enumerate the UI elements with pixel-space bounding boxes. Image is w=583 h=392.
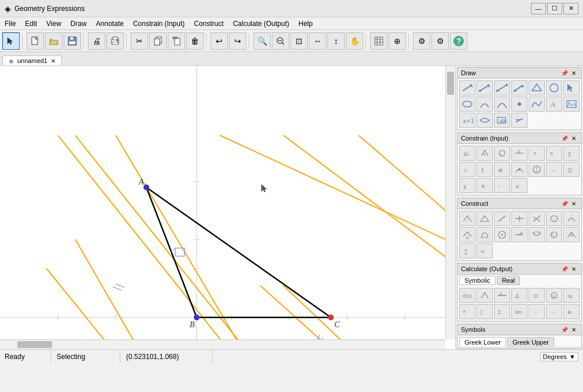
draw-text-button[interactable]: A bbox=[546, 97, 562, 112]
minimize-button[interactable]: — bbox=[531, 3, 546, 14]
calc-14[interactable]: ⊕ bbox=[563, 304, 580, 319]
constrain-12[interactable] bbox=[529, 162, 545, 177]
paste-button[interactable] bbox=[168, 32, 185, 50]
print-preview-button[interactable] bbox=[106, 32, 124, 50]
calc-11[interactable]: lim bbox=[511, 304, 527, 319]
symbol-κ[interactable]: κ bbox=[568, 349, 580, 349]
construct-13[interactable] bbox=[546, 227, 562, 242]
constrain-7[interactable]: χ bbox=[563, 146, 580, 161]
draw-line-button[interactable] bbox=[459, 80, 475, 95]
menu-constrain[interactable]: Constrain (Input) bbox=[128, 17, 189, 29]
symbol-η[interactable]: η bbox=[532, 349, 543, 349]
construct-10[interactable] bbox=[494, 227, 510, 242]
draw-extra-button[interactable] bbox=[511, 113, 527, 128]
canvas-area[interactable]: A B C bbox=[0, 66, 456, 349]
constrain-10[interactable]: ⊕ bbox=[494, 162, 510, 177]
construct-7[interactable] bbox=[563, 211, 580, 226]
zoom-width-button[interactable]: ↔ bbox=[309, 32, 326, 50]
settings2-button[interactable]: ⚙ bbox=[431, 32, 449, 50]
construct-12[interactable] bbox=[529, 227, 545, 242]
pan-button[interactable]: ✋ bbox=[346, 32, 363, 50]
new-button[interactable] bbox=[27, 32, 44, 50]
construct-3[interactable] bbox=[494, 211, 510, 226]
symbol-θ[interactable]: θ bbox=[544, 349, 555, 349]
calc-12[interactable]: → bbox=[529, 304, 545, 319]
menu-view[interactable]: View bbox=[42, 17, 66, 29]
symbol-β[interactable]: β bbox=[471, 349, 483, 349]
constrain-panel-close[interactable]: ✕ bbox=[570, 134, 578, 142]
constrain-panel-pin[interactable]: 📌 bbox=[560, 134, 569, 142]
constrain-15[interactable]: χ bbox=[459, 178, 475, 193]
draw-conic-button[interactable] bbox=[494, 97, 510, 112]
zoom-height-button[interactable]: ↕ bbox=[327, 32, 345, 50]
constrain-9[interactable]: ∥ bbox=[477, 162, 493, 177]
draw-panel-pin[interactable]: 📌 bbox=[560, 69, 569, 77]
menu-edit[interactable]: Edit bbox=[20, 17, 42, 29]
vertical-scrollbar-thumb[interactable] bbox=[447, 72, 454, 95]
constrain-1[interactable]: ∠a bbox=[459, 146, 475, 161]
draw-function-button[interactable] bbox=[529, 97, 545, 112]
document-tab[interactable]: ◉ unnamed1 ✕ bbox=[2, 56, 62, 65]
symbols-panel-close[interactable]: ✕ bbox=[570, 326, 578, 334]
calc-3[interactable]: d bbox=[494, 288, 510, 303]
draw-label-button[interactable]: abc bbox=[494, 113, 510, 128]
degrees-dropdown[interactable]: Degrees ▼ bbox=[540, 352, 578, 361]
horizontal-scrollbar[interactable] bbox=[0, 339, 445, 349]
constrain-6[interactable]: ≡ bbox=[546, 146, 562, 161]
open-button[interactable] bbox=[45, 32, 62, 50]
horizontal-scrollbar-thumb[interactable] bbox=[17, 341, 52, 348]
menu-construct[interactable]: Construct bbox=[189, 17, 228, 29]
symbolic-tab[interactable]: Symbolic bbox=[459, 276, 496, 285]
constrain-3[interactable]: r bbox=[494, 146, 510, 161]
constrain-11[interactable] bbox=[511, 162, 527, 177]
calc-1[interactable]: d(x) bbox=[459, 288, 475, 303]
draw-polygon-button[interactable] bbox=[529, 80, 545, 95]
greek-lower-tab[interactable]: Greek Lower bbox=[459, 337, 506, 347]
draw-panel-close[interactable]: ✕ bbox=[570, 69, 578, 77]
zoom-out-button[interactable] bbox=[272, 32, 289, 50]
help-button[interactable]: ? bbox=[450, 32, 467, 50]
draw-ellipse-button[interactable] bbox=[459, 97, 475, 112]
snap-button[interactable]: ⊕ bbox=[389, 32, 406, 50]
draw-locus-button[interactable] bbox=[477, 113, 493, 128]
construct-5[interactable] bbox=[529, 211, 545, 226]
draw-point-button[interactable] bbox=[511, 97, 527, 112]
constrain-16[interactable]: ✕ bbox=[477, 178, 493, 193]
cut-button[interactable]: ✂ bbox=[131, 32, 148, 50]
save-button[interactable] bbox=[64, 32, 81, 50]
draw-vector-button[interactable] bbox=[511, 80, 527, 95]
symbol-ε[interactable]: ε bbox=[508, 349, 519, 349]
calc-13[interactable]: ↔ bbox=[546, 304, 562, 319]
calculate-panel-close[interactable]: ✕ bbox=[570, 265, 578, 273]
symbol-ζ[interactable]: ζ bbox=[519, 349, 531, 349]
construct-2[interactable] bbox=[477, 211, 493, 226]
calc-5[interactable]: ⊙ bbox=[529, 288, 545, 303]
undo-button[interactable]: ↩ bbox=[211, 32, 228, 50]
constrain-13[interactable]: ↔ bbox=[546, 162, 562, 177]
construct-11[interactable] bbox=[511, 227, 527, 242]
calc-4[interactable]: ∠ bbox=[511, 288, 527, 303]
redo-button[interactable]: ↪ bbox=[229, 32, 246, 50]
symbol-γ[interactable]: γ bbox=[484, 349, 495, 349]
select-tool-button[interactable] bbox=[2, 32, 20, 50]
construct-16[interactable]: ∞ bbox=[477, 243, 493, 258]
construct-panel-close[interactable]: ✕ bbox=[570, 199, 578, 208]
draw-image-button[interactable] bbox=[563, 97, 580, 112]
construct-14[interactable] bbox=[563, 227, 580, 242]
symbol-α[interactable]: α bbox=[459, 349, 471, 349]
calc-9[interactable]: ∫ bbox=[477, 304, 493, 319]
constrain-18[interactable]: ∊ bbox=[511, 178, 527, 193]
calculate-panel-pin[interactable]: 📌 bbox=[560, 265, 569, 273]
menu-draw[interactable]: Draw bbox=[66, 17, 91, 29]
menu-calculate[interactable]: Calculate (Output) bbox=[228, 17, 294, 29]
menu-file[interactable]: File bbox=[0, 17, 20, 29]
close-button[interactable]: ✕ bbox=[563, 3, 578, 14]
zoom-fit-button[interactable]: ⊡ bbox=[290, 32, 308, 50]
construct-6[interactable] bbox=[546, 211, 562, 226]
construct-8[interactable]: ∠ bbox=[459, 227, 475, 242]
constrain-14[interactable]: ⊡ bbox=[563, 162, 580, 177]
draw-ray-button[interactable] bbox=[477, 80, 493, 95]
construct-panel-pin[interactable]: 📌 bbox=[560, 199, 569, 208]
construct-4[interactable] bbox=[511, 211, 527, 226]
constrain-2[interactable]: a bbox=[477, 146, 493, 161]
